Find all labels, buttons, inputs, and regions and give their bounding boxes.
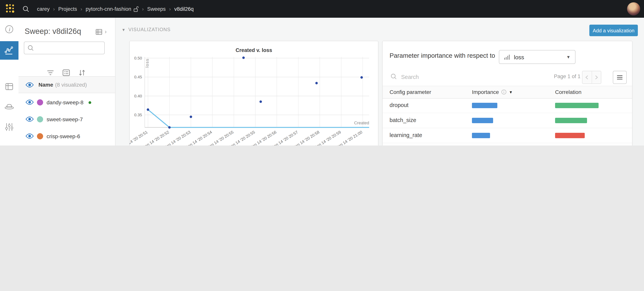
breadcrumb: carey›Projects›pytorch-cnn-fashion›Sweep… <box>37 6 194 12</box>
chevron-right-icon <box>595 75 598 80</box>
run-color-dot <box>37 116 43 122</box>
prev-page-button[interactable] <box>582 71 592 84</box>
parameter-importance-panel: Parameter importance with respect to los… <box>382 41 632 146</box>
correlation-bar <box>555 118 587 123</box>
y-tick-label: 0.40 <box>134 94 142 98</box>
scatter-chart-title: Created v. loss <box>130 47 378 53</box>
created-vs-loss-chart[interactable]: Jan 14 '20 20:51Jan 14 '20 20:52Jan 14 '… <box>130 41 378 146</box>
importance-table-header: Config parameter Importance ▼ Correlatio… <box>383 86 632 98</box>
run-row[interactable]: dandy-sweep-8 <box>18 94 115 111</box>
run-name[interactable]: sweet-sweep-7 <box>46 116 83 122</box>
visualizations-section-header[interactable]: ▼VISUALIZATIONS <box>122 27 170 32</box>
selected-metric: loss <box>514 54 524 60</box>
run-row[interactable]: toasty-sweep-5 <box>18 145 115 146</box>
add-visualization-button[interactable]: Add a visualization <box>589 25 638 36</box>
y-axis-label: loss <box>145 58 150 68</box>
config-parameter-name: dropout <box>390 102 408 108</box>
correlation-bar <box>555 133 585 138</box>
breadcrumb-item[interactable]: Projects <box>58 6 77 12</box>
search-icon <box>390 73 397 80</box>
run-color-dot <box>37 99 43 106</box>
scatter-point[interactable] <box>242 56 245 59</box>
expand-table-chevron-icon[interactable]: › <box>105 28 107 35</box>
line-chart-icon <box>4 46 14 56</box>
run-row[interactable]: sweet-sweep-7 <box>18 111 115 128</box>
hamburger-menu-icon <box>617 75 623 80</box>
next-page-button[interactable] <box>592 71 601 84</box>
table-menu-button[interactable] <box>613 71 627 84</box>
importance-table-row[interactable]: learning_rate <box>383 128 632 143</box>
importance-bar <box>472 103 497 108</box>
global-search-icon[interactable] <box>22 6 29 12</box>
sort-icon[interactable] <box>78 68 86 77</box>
importance-table-row[interactable]: epochs <box>383 143 632 146</box>
chevron-left-icon <box>585 75 589 80</box>
pagination-buttons <box>582 71 601 84</box>
col-config-parameter: Config parameter <box>390 89 431 95</box>
visibility-eye-icon[interactable] <box>26 99 34 105</box>
y-tick-label: 0.45 <box>134 75 142 79</box>
pagination-label: Page 1 of 1 <box>554 74 580 79</box>
breadcrumb-item[interactable]: v8dil26q <box>174 6 194 12</box>
breadcrumb-item[interactable]: pytorch-cnn-fashion <box>86 6 131 12</box>
visibility-eye-icon[interactable] <box>26 133 34 139</box>
group-list-icon[interactable] <box>62 68 70 77</box>
breadcrumb-item[interactable]: carey <box>37 6 50 12</box>
created-vs-loss-panel: Created v. loss Jan 14 '20 20:51Jan 14 '… <box>129 41 378 146</box>
correlation-bar <box>555 103 598 108</box>
search-icon <box>27 45 34 51</box>
unlock-icon <box>134 6 138 12</box>
rail-item-hyperparameters[interactable] <box>0 118 18 136</box>
runs-sidebar: Sweep: v8dil26q › <box>18 18 116 146</box>
user-avatar[interactable] <box>627 2 640 16</box>
runs-search-input[interactable] <box>36 43 103 53</box>
scatter-point[interactable] <box>360 76 363 79</box>
importance-bar <box>472 133 490 138</box>
rail-item-table[interactable] <box>0 77 18 96</box>
rail-item-sweeps[interactable] <box>0 97 18 116</box>
run-name[interactable]: dandy-sweep-8 <box>46 99 83 106</box>
rail-item-charts[interactable] <box>0 41 18 60</box>
importance-bar <box>472 118 493 123</box>
wandb-logo-icon[interactable] <box>4 4 16 14</box>
info-icon: i <box>4 25 14 34</box>
scatter-point[interactable] <box>315 82 318 84</box>
runs-list-header[interactable]: Name (8 visualized) <box>18 76 115 93</box>
breadcrumb-separator: › <box>142 6 144 12</box>
config-parameter-name: learning_rate <box>390 132 422 138</box>
visibility-eye-icon[interactable] <box>26 116 34 122</box>
sweep-title: Sweep: v8dil26q <box>25 27 81 36</box>
filter-icon[interactable] <box>46 68 55 77</box>
col-importance-sortable[interactable]: Importance ▼ <box>472 89 513 95</box>
importance-title: Parameter importance with respect to <box>390 52 495 59</box>
metric-select-dropdown[interactable]: loss ▼ <box>499 50 576 64</box>
sweeps-hat-icon <box>4 101 14 111</box>
run-name[interactable]: crisp-sweep-6 <box>46 133 80 139</box>
table-icon <box>4 82 14 91</box>
metric-bars-icon <box>504 54 510 60</box>
rail-item-info[interactable]: i <box>0 20 18 38</box>
col-correlation: Correlation <box>555 89 582 95</box>
visualizations-label: VISUALIZATIONS <box>128 27 170 32</box>
scatter-point[interactable] <box>190 116 192 118</box>
config-parameter-name: batch_size <box>390 117 416 123</box>
sort-desc-icon: ▼ <box>509 90 513 94</box>
scatter-point[interactable] <box>260 100 262 103</box>
breadcrumb-item[interactable]: Sweeps <box>147 6 166 12</box>
info-circle-icon <box>501 89 506 95</box>
breadcrumb-separator: › <box>53 6 55 12</box>
visibility-eye-icon[interactable] <box>26 82 34 88</box>
run-row[interactable]: crisp-sweep-6 <box>18 128 115 145</box>
importance-table-row[interactable]: dropout <box>383 98 632 113</box>
scatter-point[interactable] <box>147 108 149 111</box>
runs-list-header-label: Name <box>38 82 53 88</box>
importance-table-row[interactable]: batch_size <box>383 113 632 128</box>
breadcrumb-separator: › <box>169 6 171 12</box>
importance-toolbar: Page 1 of 1 <box>383 68 632 85</box>
left-icon-rail: i <box>0 18 19 146</box>
importance-search-input[interactable] <box>400 72 494 82</box>
scatter-point[interactable] <box>168 126 171 129</box>
runs-table-icon[interactable] <box>95 28 103 36</box>
x-axis-label: Created <box>354 120 369 125</box>
y-tick-label: 0.35 <box>134 112 142 117</box>
